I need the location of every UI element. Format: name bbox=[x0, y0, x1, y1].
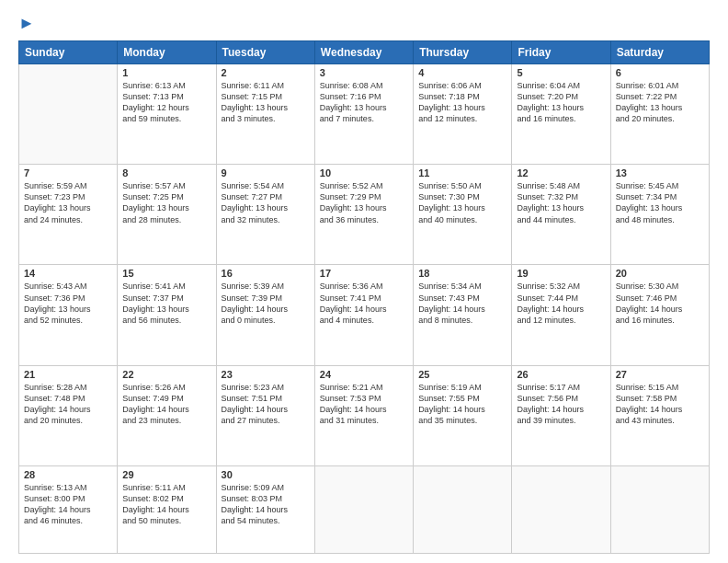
calendar-cell: 15Sunrise: 5:41 AM Sunset: 7:37 PM Dayli… bbox=[118, 265, 216, 365]
day-info: Sunrise: 5:11 AM Sunset: 8:02 PM Dayligh… bbox=[122, 482, 210, 527]
day-number: 20 bbox=[616, 268, 704, 279]
week-row-2: 7Sunrise: 5:59 AM Sunset: 7:23 PM Daylig… bbox=[19, 165, 710, 265]
calendar-cell: 8Sunrise: 5:57 AM Sunset: 7:25 PM Daylig… bbox=[118, 165, 216, 265]
day-info: Sunrise: 5:15 AM Sunset: 7:58 PM Dayligh… bbox=[616, 382, 704, 427]
calendar-cell: 23Sunrise: 5:23 AM Sunset: 7:51 PM Dayli… bbox=[216, 365, 314, 465]
calendar-cell: 22Sunrise: 5:26 AM Sunset: 7:49 PM Dayli… bbox=[118, 365, 216, 465]
calendar-cell: 11Sunrise: 5:50 AM Sunset: 7:30 PM Dayli… bbox=[414, 165, 512, 265]
day-info: Sunrise: 5:39 AM Sunset: 7:39 PM Dayligh… bbox=[222, 281, 310, 326]
calendar-cell bbox=[414, 465, 512, 553]
day-info: Sunrise: 5:48 AM Sunset: 7:32 PM Dayligh… bbox=[517, 180, 605, 225]
weekday-header-friday: Friday bbox=[512, 40, 610, 63]
calendar-cell: 4Sunrise: 6:06 AM Sunset: 7:18 PM Daylig… bbox=[414, 63, 512, 164]
weekday-header-sunday: Sunday bbox=[19, 40, 118, 63]
calendar-cell: 29Sunrise: 5:11 AM Sunset: 8:02 PM Dayli… bbox=[118, 465, 216, 553]
day-number: 12 bbox=[517, 167, 605, 178]
weekday-header-monday: Monday bbox=[118, 40, 216, 63]
day-number: 9 bbox=[222, 167, 310, 178]
day-number: 19 bbox=[517, 268, 605, 279]
day-info: Sunrise: 6:11 AM Sunset: 7:15 PM Dayligh… bbox=[222, 80, 310, 125]
day-info: Sunrise: 5:13 AM Sunset: 8:00 PM Dayligh… bbox=[24, 482, 112, 527]
logo-general: ► bbox=[18, 15, 35, 33]
calendar-cell: 14Sunrise: 5:43 AM Sunset: 7:36 PM Dayli… bbox=[19, 265, 118, 365]
day-number: 2 bbox=[222, 67, 310, 78]
day-number: 3 bbox=[320, 67, 408, 78]
weekday-header-wednesday: Wednesday bbox=[314, 40, 413, 63]
day-number: 1 bbox=[122, 67, 210, 78]
calendar-cell: 9Sunrise: 5:54 AM Sunset: 7:27 PM Daylig… bbox=[216, 165, 314, 265]
calendar-table: SundayMondayTuesdayWednesdayThursdayFrid… bbox=[18, 40, 710, 554]
day-info: Sunrise: 5:50 AM Sunset: 7:30 PM Dayligh… bbox=[418, 180, 506, 225]
calendar-cell bbox=[19, 63, 118, 164]
day-number: 15 bbox=[122, 268, 210, 279]
calendar-cell: 16Sunrise: 5:39 AM Sunset: 7:39 PM Dayli… bbox=[216, 265, 314, 365]
day-number: 5 bbox=[517, 67, 605, 78]
week-row-5: 28Sunrise: 5:13 AM Sunset: 8:00 PM Dayli… bbox=[19, 465, 710, 553]
day-number: 24 bbox=[320, 369, 408, 380]
page: ► SundayMondayTuesdayWednesdayThursdayFr… bbox=[0, 0, 728, 563]
weekday-header-thursday: Thursday bbox=[414, 40, 512, 63]
calendar-cell: 6Sunrise: 6:01 AM Sunset: 7:22 PM Daylig… bbox=[610, 63, 709, 164]
day-info: Sunrise: 5:52 AM Sunset: 7:29 PM Dayligh… bbox=[320, 180, 408, 225]
calendar-cell: 26Sunrise: 5:17 AM Sunset: 7:56 PM Dayli… bbox=[512, 365, 610, 465]
logo: ► bbox=[18, 15, 35, 33]
calendar-cell bbox=[314, 465, 413, 553]
day-info: Sunrise: 5:23 AM Sunset: 7:51 PM Dayligh… bbox=[222, 382, 310, 427]
calendar-cell bbox=[610, 465, 709, 553]
day-info: Sunrise: 5:41 AM Sunset: 7:37 PM Dayligh… bbox=[122, 281, 210, 326]
weekday-header-saturday: Saturday bbox=[610, 40, 709, 63]
header: ► bbox=[18, 15, 710, 33]
day-info: Sunrise: 5:34 AM Sunset: 7:43 PM Dayligh… bbox=[418, 281, 506, 326]
calendar-cell: 27Sunrise: 5:15 AM Sunset: 7:58 PM Dayli… bbox=[610, 365, 709, 465]
day-number: 28 bbox=[24, 469, 112, 480]
week-row-3: 14Sunrise: 5:43 AM Sunset: 7:36 PM Dayli… bbox=[19, 265, 710, 365]
day-info: Sunrise: 5:19 AM Sunset: 7:55 PM Dayligh… bbox=[418, 382, 506, 427]
day-number: 4 bbox=[418, 67, 506, 78]
day-number: 14 bbox=[24, 268, 112, 279]
day-number: 6 bbox=[616, 67, 704, 78]
day-number: 23 bbox=[222, 369, 310, 380]
day-number: 26 bbox=[517, 369, 605, 380]
day-info: Sunrise: 5:09 AM Sunset: 8:03 PM Dayligh… bbox=[222, 482, 310, 527]
day-info: Sunrise: 5:59 AM Sunset: 7:23 PM Dayligh… bbox=[24, 180, 112, 225]
day-number: 7 bbox=[24, 167, 112, 178]
week-row-4: 21Sunrise: 5:28 AM Sunset: 7:48 PM Dayli… bbox=[19, 365, 710, 465]
calendar-cell: 12Sunrise: 5:48 AM Sunset: 7:32 PM Dayli… bbox=[512, 165, 610, 265]
day-info: Sunrise: 6:08 AM Sunset: 7:16 PM Dayligh… bbox=[320, 80, 408, 125]
day-info: Sunrise: 6:06 AM Sunset: 7:18 PM Dayligh… bbox=[418, 80, 506, 125]
day-number: 13 bbox=[616, 167, 704, 178]
calendar-cell: 5Sunrise: 6:04 AM Sunset: 7:20 PM Daylig… bbox=[512, 63, 610, 164]
day-number: 30 bbox=[222, 469, 310, 480]
week-row-1: 1Sunrise: 6:13 AM Sunset: 7:13 PM Daylig… bbox=[19, 63, 710, 164]
day-number: 29 bbox=[122, 469, 210, 480]
calendar-cell: 3Sunrise: 6:08 AM Sunset: 7:16 PM Daylig… bbox=[314, 63, 413, 164]
day-info: Sunrise: 5:54 AM Sunset: 7:27 PM Dayligh… bbox=[222, 180, 310, 225]
calendar-cell: 30Sunrise: 5:09 AM Sunset: 8:03 PM Dayli… bbox=[216, 465, 314, 553]
calendar-header: SundayMondayTuesdayWednesdayThursdayFrid… bbox=[19, 40, 710, 63]
calendar-cell: 1Sunrise: 6:13 AM Sunset: 7:13 PM Daylig… bbox=[118, 63, 216, 164]
day-number: 21 bbox=[24, 369, 112, 380]
day-info: Sunrise: 5:26 AM Sunset: 7:49 PM Dayligh… bbox=[122, 382, 210, 427]
calendar-cell: 19Sunrise: 5:32 AM Sunset: 7:44 PM Dayli… bbox=[512, 265, 610, 365]
day-info: Sunrise: 5:32 AM Sunset: 7:44 PM Dayligh… bbox=[517, 281, 605, 326]
calendar-cell: 28Sunrise: 5:13 AM Sunset: 8:00 PM Dayli… bbox=[19, 465, 118, 553]
calendar-cell bbox=[512, 465, 610, 553]
day-number: 11 bbox=[418, 167, 506, 178]
calendar-cell: 18Sunrise: 5:34 AM Sunset: 7:43 PM Dayli… bbox=[414, 265, 512, 365]
day-info: Sunrise: 5:43 AM Sunset: 7:36 PM Dayligh… bbox=[24, 281, 112, 326]
day-number: 18 bbox=[418, 268, 506, 279]
calendar-cell: 13Sunrise: 5:45 AM Sunset: 7:34 PM Dayli… bbox=[610, 165, 709, 265]
day-info: Sunrise: 5:17 AM Sunset: 7:56 PM Dayligh… bbox=[517, 382, 605, 427]
day-info: Sunrise: 5:57 AM Sunset: 7:25 PM Dayligh… bbox=[122, 180, 210, 225]
calendar-body: 1Sunrise: 6:13 AM Sunset: 7:13 PM Daylig… bbox=[19, 63, 710, 553]
day-number: 22 bbox=[122, 369, 210, 380]
weekday-row: SundayMondayTuesdayWednesdayThursdayFrid… bbox=[19, 40, 710, 63]
calendar-cell: 25Sunrise: 5:19 AM Sunset: 7:55 PM Dayli… bbox=[414, 365, 512, 465]
day-number: 16 bbox=[222, 268, 310, 279]
calendar-cell: 21Sunrise: 5:28 AM Sunset: 7:48 PM Dayli… bbox=[19, 365, 118, 465]
day-number: 27 bbox=[616, 369, 704, 380]
day-info: Sunrise: 6:13 AM Sunset: 7:13 PM Dayligh… bbox=[122, 80, 210, 125]
calendar-cell: 2Sunrise: 6:11 AM Sunset: 7:15 PM Daylig… bbox=[216, 63, 314, 164]
calendar-cell: 7Sunrise: 5:59 AM Sunset: 7:23 PM Daylig… bbox=[19, 165, 118, 265]
day-info: Sunrise: 5:21 AM Sunset: 7:53 PM Dayligh… bbox=[320, 382, 408, 427]
